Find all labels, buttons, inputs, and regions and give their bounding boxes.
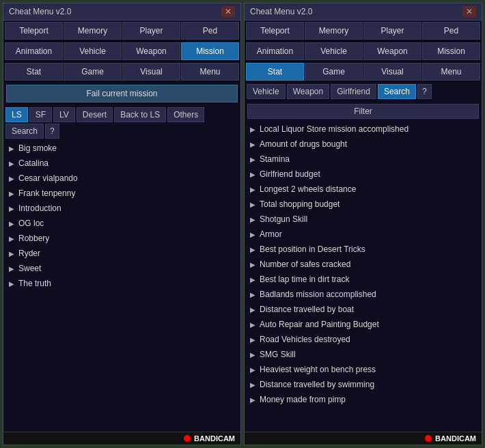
bandicam-bar-2: BANDICAM	[245, 432, 482, 445]
tab-search-1[interactable]: Search	[5, 124, 44, 139]
tab-others[interactable]: Others	[167, 107, 204, 122]
list-item[interactable]: ▶Road Vehicles destroyed	[245, 332, 482, 347]
arrow-icon: ▶	[250, 276, 255, 283]
list-item[interactable]: ▶SMG Skill	[245, 347, 482, 362]
list-item[interactable]: ▶Frank tenpenny	[3, 186, 240, 201]
nav-ped-1[interactable]: Ped	[181, 22, 239, 40]
list-item[interactable]: ▶Armor	[245, 227, 482, 242]
arrow-icon: ▶	[9, 280, 14, 288]
list-item[interactable]: ▶Stamina	[245, 152, 482, 167]
nav-grid-2-row2: Animation Vehicle Weapon Mission	[245, 41, 482, 61]
arrow-icon: ▶	[250, 396, 255, 404]
list-item[interactable]: ▶Distance travelled by swimming	[245, 377, 482, 392]
nav-weapon-2[interactable]: Weapon	[363, 42, 421, 60]
title-1: Cheat Menu v2.0	[9, 7, 71, 16]
arrow-icon: ▶	[9, 145, 14, 152]
list-item[interactable]: ▶Girlfriend budget	[245, 167, 482, 182]
title-bar-1: Cheat Menu v2.0 ✕	[3, 3, 240, 20]
tab-weapon-2[interactable]: Weapon	[287, 84, 329, 99]
nav-player-2[interactable]: Player	[363, 22, 421, 40]
list-item[interactable]: ▶Amount of drugs bought	[245, 137, 482, 152]
nav-stat-2[interactable]: Stat	[246, 63, 304, 81]
close-button-2[interactable]: ✕	[462, 6, 476, 17]
nav-menu-1[interactable]: Menu	[181, 63, 239, 81]
bandicam-bar-1: BANDICAM	[3, 432, 240, 445]
nav-game-1[interactable]: Game	[64, 63, 122, 81]
arrow-icon: ▶	[250, 321, 255, 328]
list-item[interactable]: ▶Cesar vialpando	[3, 171, 240, 186]
list-item[interactable]: ▶Ryder	[3, 246, 240, 261]
fail-mission-button[interactable]: Fail current mission	[6, 85, 238, 102]
close-button-1[interactable]: ✕	[221, 6, 235, 17]
nav-visual-1[interactable]: Visual	[122, 63, 180, 81]
tab-question-1[interactable]: ?	[45, 124, 59, 139]
nav-visual-2[interactable]: Visual	[363, 63, 421, 81]
list-item[interactable]: ▶Heaviest weight on bench press	[245, 362, 482, 377]
tab-sf[interactable]: SF	[29, 107, 52, 122]
nav-vehicle-2[interactable]: Vehicle	[305, 42, 363, 60]
nav-mission-1[interactable]: Mission	[181, 42, 239, 60]
tab-back-to-ls[interactable]: Back to LS	[114, 107, 166, 122]
title-bar-2: Cheat Menu v2.0 ✕	[245, 3, 482, 20]
mission-list: ▶Big smoke▶Catalina▶Cesar vialpando▶Fran…	[3, 141, 240, 432]
list-item[interactable]: ▶Money made from pimp	[245, 392, 482, 407]
arrow-icon: ▶	[250, 171, 255, 178]
nav-teleport-2[interactable]: Teleport	[246, 22, 304, 40]
tab-search-2[interactable]: Search	[378, 84, 416, 99]
bandicam-dot-2	[425, 435, 432, 442]
nav-animation-1[interactable]: Animation	[5, 42, 63, 60]
nav-memory-1[interactable]: Memory	[64, 22, 122, 40]
nav-weapon-1[interactable]: Weapon	[122, 42, 180, 60]
list-item[interactable]: ▶The truth	[3, 276, 240, 291]
tab-lv[interactable]: LV	[53, 107, 75, 122]
list-item[interactable]: ▶Total shopping budget	[245, 197, 482, 212]
window-1: Cheat Menu v2.0 ✕ Teleport Memory Player…	[3, 3, 241, 445]
nav-ped-2[interactable]: Ped	[422, 22, 480, 40]
arrow-icon: ▶	[250, 246, 255, 253]
tab-girlfriend[interactable]: Girlfriend	[331, 84, 376, 99]
arrow-icon: ▶	[9, 175, 14, 182]
title-2: Cheat Menu v2.0	[250, 7, 312, 16]
arrow-icon: ▶	[250, 306, 255, 313]
nav-animation-2[interactable]: Animation	[246, 42, 304, 60]
list-item[interactable]: ▶Big smoke	[3, 141, 240, 156]
arrow-icon: ▶	[250, 156, 255, 163]
nav-mission-2[interactable]: Mission	[422, 42, 480, 60]
filter-label[interactable]: Filter	[247, 104, 479, 119]
nav-menu-2[interactable]: Menu	[422, 63, 480, 81]
tab-desert[interactable]: Desert	[77, 107, 113, 122]
arrow-icon: ▶	[250, 201, 255, 208]
tab-ls[interactable]: LS	[5, 107, 28, 122]
list-item[interactable]: ▶Best position in Desert Tricks	[245, 242, 482, 257]
list-item[interactable]: ▶Longest 2 wheels distance	[245, 182, 482, 197]
list-item[interactable]: ▶Best lap time in dirt track	[245, 272, 482, 287]
list-item[interactable]: ▶Robbery	[3, 231, 240, 246]
list-item[interactable]: ▶Number of safes cracked	[245, 257, 482, 272]
list-item[interactable]: ▶Local Liquor Store mission accomplished	[245, 122, 482, 137]
arrow-icon: ▶	[250, 216, 255, 223]
nav-memory-2[interactable]: Memory	[305, 22, 363, 40]
nav-grid-1-row1: Teleport Memory Player Ped	[3, 20, 240, 41]
list-item[interactable]: ▶Auto Repair and Painting Budget	[245, 317, 482, 332]
arrow-icon: ▶	[250, 186, 255, 193]
tab-vehicle-2[interactable]: Vehicle	[247, 84, 286, 99]
arrow-icon: ▶	[9, 250, 14, 257]
nav-stat-1[interactable]: Stat	[5, 63, 63, 81]
list-item[interactable]: ▶Distance travelled by boat	[245, 302, 482, 317]
arrow-icon: ▶	[9, 190, 14, 197]
list-item[interactable]: ▶Catalina	[3, 156, 240, 171]
nav-vehicle-1[interactable]: Vehicle	[64, 42, 122, 60]
nav-teleport-1[interactable]: Teleport	[5, 22, 63, 40]
list-item[interactable]: ▶Badlands mission accomplished	[245, 287, 482, 302]
arrow-icon: ▶	[9, 235, 14, 242]
list-item[interactable]: ▶OG loc	[3, 216, 240, 231]
bandicam-dot-1	[184, 435, 191, 442]
list-item[interactable]: ▶Sweet	[3, 261, 240, 276]
arrow-icon: ▶	[250, 351, 255, 359]
arrow-icon: ▶	[250, 291, 255, 298]
tab-question-2[interactable]: ?	[417, 84, 432, 99]
list-item[interactable]: ▶Shotgun Skill	[245, 212, 482, 227]
nav-player-1[interactable]: Player	[122, 22, 180, 40]
list-item[interactable]: ▶Introduction	[3, 201, 240, 216]
nav-game-2[interactable]: Game	[305, 63, 363, 81]
